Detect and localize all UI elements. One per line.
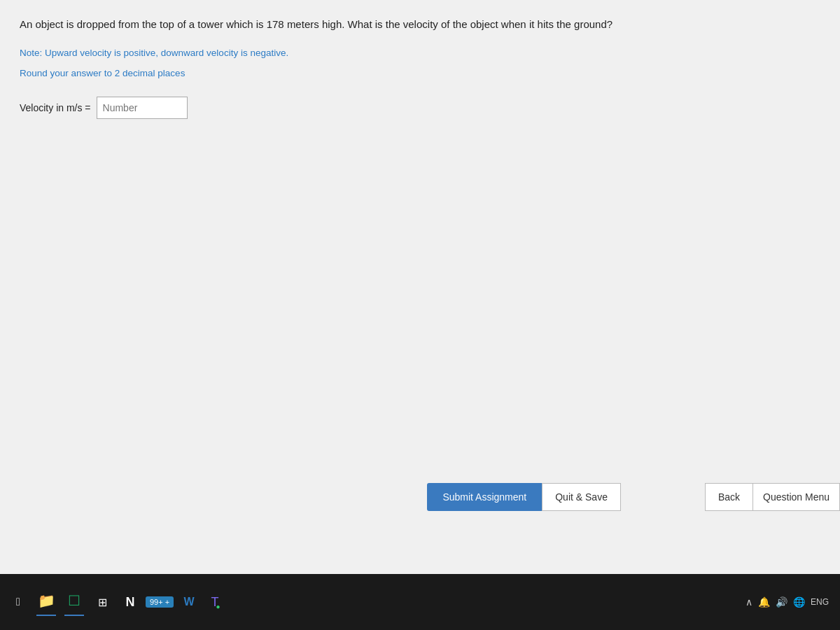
counter-value: 99+ [150,598,163,606]
edge-taskbar-item[interactable]: ☐ [62,588,87,616]
chevron-up-icon[interactable]: ∧ [746,596,752,608]
edge-icon: ☐ [62,588,87,613]
network-icon[interactable]: 🌐 [793,596,805,608]
edge-active-indicator [64,615,84,616]
notification-icon[interactable]: 🔔 [758,596,770,608]
submit-assignment-button[interactable]: Submit Assignment [427,483,542,511]
main-content: An object is dropped from the top of a t… [0,0,840,574]
quit-save-button[interactable]: Quit & Save [542,483,621,511]
note-line1: Note: Upward velocity is positive, downw… [20,46,820,61]
velocity-number-input[interactable] [97,97,188,119]
note-line2: Round your answer to 2 decimal places [20,66,820,81]
velocity-label: Velocity in m/s = [20,102,91,113]
system-tray: ∧ 🔔 🔊 🌐 ENG [746,596,834,608]
file-explorer-icon: 📁 [34,588,59,613]
speaker-icon[interactable]: 🔊 [776,596,788,608]
plus-icon: + [165,598,169,606]
taskbar:  📁 ☐ ⊞ N 99+ + W T ● ∧ 🔔 🔊 🌐 [0,574,840,630]
word-icon[interactable]: W [176,589,202,615]
notification-counter[interactable]: 99+ + [146,596,174,608]
question-text: An object is dropped from the top of a t… [20,17,820,33]
start-icon[interactable]:  [6,589,31,615]
active-indicator [36,615,56,616]
language-indicator[interactable]: ENG [811,597,829,607]
file-explorer-taskbar-item[interactable]: 📁 [34,588,59,616]
back-button[interactable]: Back [705,483,753,511]
notepad-icon[interactable]: N [118,589,143,615]
question-menu-button[interactable]: Question Menu [753,483,840,511]
velocity-input-row: Velocity in m/s = [20,97,820,119]
apps-grid-icon[interactable]: ⊞ [90,589,115,615]
teams-icon[interactable]: T ● [204,589,230,615]
